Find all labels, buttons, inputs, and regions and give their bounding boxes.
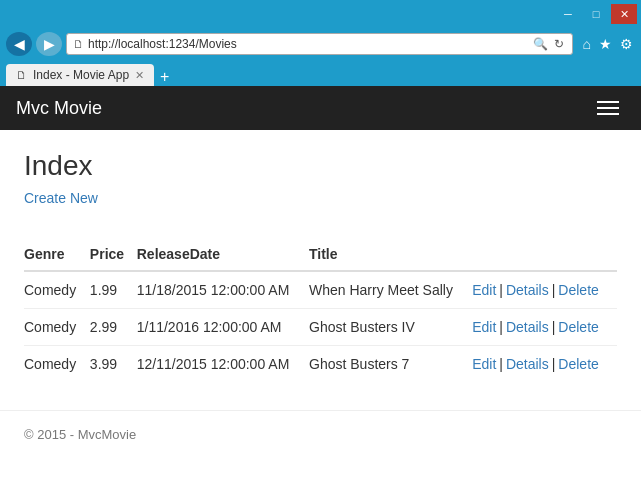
table-header: Genre Price ReleaseDate Title	[24, 238, 617, 271]
settings-button[interactable]: ⚙	[618, 36, 635, 52]
page-title: Index	[24, 150, 617, 182]
col-title: Title	[309, 238, 472, 271]
movies-table: Genre Price ReleaseDate Title Comedy 1.9…	[24, 238, 617, 382]
footer: © 2015 - MvcMovie	[0, 410, 641, 458]
details-link[interactable]: Details	[506, 356, 549, 372]
back-button[interactable]: ◀	[6, 32, 32, 56]
sep-2: |	[552, 319, 556, 335]
cell-genre: Comedy	[24, 346, 90, 383]
cell-genre: Comedy	[24, 309, 90, 346]
edit-link[interactable]: Edit	[472, 282, 496, 298]
title-bar: ─ □ ✕	[0, 0, 641, 28]
sep-2: |	[552, 356, 556, 372]
page-icon: 🗋	[73, 38, 84, 50]
cell-actions: Edit | Details | Delete	[472, 271, 617, 309]
footer-text: © 2015 - MvcMovie	[24, 427, 136, 442]
tab-bar: 🗋 Index - Movie App ✕ +	[0, 60, 641, 86]
cell-price: 3.99	[90, 346, 137, 383]
edit-link[interactable]: Edit	[472, 356, 496, 372]
cell-release-date: 1/11/2016 12:00:00 AM	[137, 309, 309, 346]
action-links: Edit | Details | Delete	[472, 282, 607, 298]
cell-genre: Comedy	[24, 271, 90, 309]
col-actions	[472, 238, 617, 271]
app-brand: Mvc Movie	[16, 98, 102, 119]
table-row: Comedy 2.99 1/11/2016 12:00:00 AM Ghost …	[24, 309, 617, 346]
tab-label: Index - Movie App	[33, 68, 129, 82]
cell-title: Ghost Busters IV	[309, 309, 472, 346]
table-row: Comedy 3.99 12/11/2015 12:00:00 AM Ghost…	[24, 346, 617, 383]
details-link[interactable]: Details	[506, 319, 549, 335]
address-search-button[interactable]: 🔍	[531, 37, 550, 51]
col-price: Price	[90, 238, 137, 271]
forward-icon: ▶	[44, 36, 55, 52]
tab-close-button[interactable]: ✕	[135, 69, 144, 82]
cell-release-date: 11/18/2015 12:00:00 AM	[137, 271, 309, 309]
hamburger-line-2	[597, 107, 619, 109]
cell-price: 1.99	[90, 271, 137, 309]
cell-actions: Edit | Details | Delete	[472, 346, 617, 383]
cell-title: Ghost Busters 7	[309, 346, 472, 383]
hamburger-line-3	[597, 113, 619, 115]
window-chrome: ─ □ ✕ ◀ ▶ 🗋 http://localhost:1234/Movies…	[0, 0, 641, 86]
table-row: Comedy 1.99 11/18/2015 12:00:00 AM When …	[24, 271, 617, 309]
favorites-button[interactable]: ★	[597, 36, 614, 52]
sep-1: |	[499, 282, 503, 298]
col-genre: Genre	[24, 238, 90, 271]
back-icon: ◀	[14, 36, 25, 52]
address-actions: 🔍 ↻	[531, 37, 566, 51]
cell-title: When Harry Meet Sally	[309, 271, 472, 309]
home-button[interactable]: ⌂	[581, 36, 593, 52]
browser-icons: ⌂ ★ ⚙	[581, 36, 635, 52]
create-new-link[interactable]: Create New	[24, 190, 98, 206]
address-bar[interactable]: 🗋 http://localhost:1234/Movies 🔍 ↻	[66, 33, 573, 55]
details-link[interactable]: Details	[506, 282, 549, 298]
delete-link[interactable]: Delete	[558, 282, 598, 298]
cell-actions: Edit | Details | Delete	[472, 309, 617, 346]
restore-button[interactable]: □	[583, 4, 609, 24]
active-tab[interactable]: 🗋 Index - Movie App ✕	[6, 64, 154, 86]
hamburger-line-1	[597, 101, 619, 103]
address-refresh-button[interactable]: ↻	[552, 37, 566, 51]
main-content: Index Create New Genre Price ReleaseDate…	[0, 130, 641, 402]
forward-button[interactable]: ▶	[36, 32, 62, 56]
sep-2: |	[552, 282, 556, 298]
minimize-button[interactable]: ─	[555, 4, 581, 24]
hamburger-button[interactable]	[591, 97, 625, 119]
edit-link[interactable]: Edit	[472, 319, 496, 335]
app-navbar: Mvc Movie	[0, 86, 641, 130]
col-release-date: ReleaseDate	[137, 238, 309, 271]
cell-release-date: 12/11/2015 12:00:00 AM	[137, 346, 309, 383]
address-row: ◀ ▶ 🗋 http://localhost:1234/Movies 🔍 ↻ ⌂…	[0, 28, 641, 60]
sep-1: |	[499, 356, 503, 372]
tab-favicon: 🗋	[16, 69, 27, 81]
sep-1: |	[499, 319, 503, 335]
close-button[interactable]: ✕	[611, 4, 637, 24]
cell-price: 2.99	[90, 309, 137, 346]
new-tab-button[interactable]: +	[154, 68, 175, 86]
address-text: http://localhost:1234/Movies	[88, 37, 527, 51]
action-links: Edit | Details | Delete	[472, 319, 607, 335]
delete-link[interactable]: Delete	[558, 319, 598, 335]
delete-link[interactable]: Delete	[558, 356, 598, 372]
action-links: Edit | Details | Delete	[472, 356, 607, 372]
header-row: Genre Price ReleaseDate Title	[24, 238, 617, 271]
table-body: Comedy 1.99 11/18/2015 12:00:00 AM When …	[24, 271, 617, 382]
